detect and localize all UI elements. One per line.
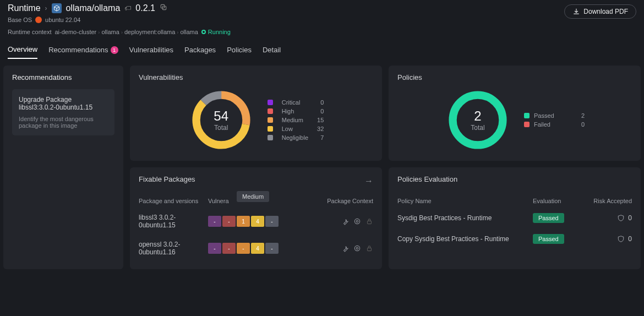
evaluation-badge: Passed (533, 213, 564, 223)
policies-eval-panel: Policies Evaluation Policy Name Evaluati… (389, 167, 641, 269)
vuln-total-label: Total (214, 124, 228, 132)
tab-recommendations[interactable]: Recommendations1 (48, 45, 118, 59)
image-name[interactable]: ollama/ollama (66, 3, 121, 13)
policy-name: Sysdig Best Practices - Runtime (397, 214, 533, 222)
svg-rect-9 (368, 221, 372, 224)
recommendations-title: Recommendations (12, 73, 114, 81)
status-name: Passed (534, 112, 554, 119)
copy-icon[interactable] (160, 3, 167, 13)
chevron-right-icon: › (177, 30, 178, 35)
severity-bar: ---4- (208, 243, 307, 254)
lock-icon (365, 244, 373, 252)
tab-overview[interactable]: Overview (8, 45, 37, 59)
severity-swatch (268, 135, 273, 140)
severity-swatch (268, 108, 273, 114)
severity-name: Critical (282, 99, 308, 106)
severity-cell: 1 (237, 216, 250, 227)
base-os-label: Base OS (8, 17, 32, 23)
lock-icon (365, 217, 373, 225)
table-row[interactable]: Sysdig Best Practices - Runtime Passed 0 (397, 208, 632, 228)
wrench-icon[interactable] (341, 217, 349, 225)
context-segment[interactable]: ai-demo-cluster (54, 29, 96, 35)
col-evaluation: Evaluation (533, 198, 577, 204)
recommendation-item[interactable]: Upgrade Package libssl3:3.0.2-0ubuntu1.1… (12, 89, 114, 135)
vuln-total: 54 (214, 108, 228, 124)
download-icon (572, 8, 580, 15)
chevron-right-icon: › (98, 30, 100, 35)
risk-count: 0 (628, 235, 632, 243)
status-badge: Running (201, 29, 231, 35)
severity-cell: 4 (251, 243, 264, 254)
package-name: libssl3 3.0.2-0ubuntu1.15 (139, 214, 208, 229)
context-segment[interactable]: deployment:ollama (124, 29, 175, 35)
status-name: Failed (534, 121, 550, 128)
image-version: 0.2.1 (135, 3, 155, 13)
tab-packages[interactable]: Packages (184, 45, 216, 59)
container-icon (52, 3, 62, 13)
tab-detail[interactable]: Detail (263, 45, 281, 59)
peval-table-header: Policy Name Evaluation Risk Accepted (397, 194, 632, 208)
status-count: 0 (577, 121, 585, 128)
table-row[interactable]: openssl 3.0.2-0ubuntu1.16 ---4- (139, 235, 373, 261)
download-pdf-button[interactable]: Download PDF (564, 4, 636, 19)
evaluation-badge: Passed (533, 234, 564, 244)
recommendation-item-sub: Identify the most dangerous package in t… (19, 116, 108, 129)
fixable-table-header: Package and versions Vulnera Medium Pack… (139, 194, 373, 208)
severity-count: 15 (317, 117, 324, 123)
base-os-value: ubuntu 22.04 (45, 17, 80, 23)
chevron-right-icon: › (45, 4, 47, 12)
svg-point-10 (354, 246, 359, 250)
base-os-row: Base OS ubuntu 22.04 (8, 17, 636, 23)
ubuntu-icon (35, 17, 42, 23)
status-swatch (524, 122, 530, 127)
context-segment[interactable]: ollama (180, 29, 198, 35)
risk-count: 0 (628, 214, 632, 222)
section-name[interactable]: Runtime (8, 3, 41, 13)
severity-name: Medium (282, 117, 308, 123)
table-row[interactable]: Copy Sysdig Best Practices - Runtime Pas… (397, 228, 632, 249)
target-icon[interactable] (353, 244, 361, 252)
severity-name: Negligible (282, 134, 308, 141)
legend-row: Failed0 (524, 121, 585, 128)
severity-swatch (268, 117, 273, 123)
expand-arrow-icon[interactable]: → (364, 176, 373, 186)
tab-badge: 1 (111, 46, 118, 54)
severity-cell: - (222, 216, 236, 227)
severity-count: 32 (317, 126, 324, 132)
running-dot-icon (201, 30, 206, 34)
fixable-title: Fixable Packages (139, 175, 195, 183)
tab-policies[interactable]: Policies (227, 45, 252, 59)
context-segment[interactable]: ollama (101, 29, 119, 35)
svg-point-7 (354, 219, 359, 224)
policies-panel: Policies 2 Total Passed2Failed0 (389, 66, 641, 161)
col-package: Package and versions (139, 198, 208, 204)
policies-title: Policies (397, 73, 632, 81)
severity-cell: - (208, 216, 221, 227)
status-swatch (524, 113, 530, 118)
wrench-icon[interactable] (341, 244, 349, 252)
severity-count: 0 (317, 99, 324, 106)
context-label: Runtime context (8, 29, 51, 35)
tag-icon: 🏷 (124, 4, 131, 12)
policies-total: 2 (474, 108, 481, 124)
vuln-donut-chart: 54 Total (188, 87, 254, 153)
recommendation-item-title: Upgrade Package libssl3:3.0.2-0ubuntu1.1… (19, 96, 108, 111)
tab-vulnerabilities[interactable]: Vulnerabilities (129, 45, 173, 59)
severity-tooltip: Medium (237, 191, 269, 202)
shield-icon (617, 235, 625, 243)
status-count: 2 (577, 112, 585, 119)
severity-name: Low (282, 126, 308, 132)
severity-cell: 4 (251, 216, 264, 227)
table-row[interactable]: libssl3 3.0.2-0ubuntu1.15 --14- (139, 208, 373, 235)
col-context: Package Context (307, 198, 373, 204)
shield-icon (617, 214, 625, 222)
svg-point-11 (356, 247, 358, 249)
severity-cell: - (237, 243, 250, 254)
target-icon[interactable] (353, 217, 361, 225)
svg-point-8 (356, 220, 358, 222)
severity-bar: --14- (208, 216, 307, 227)
legend-row: Passed2 (524, 112, 585, 119)
severity-cell: - (208, 243, 221, 254)
col-risk-accepted: Risk Accepted (577, 198, 632, 204)
recommendations-panel: Recommendations Upgrade Package libssl3:… (3, 66, 123, 269)
